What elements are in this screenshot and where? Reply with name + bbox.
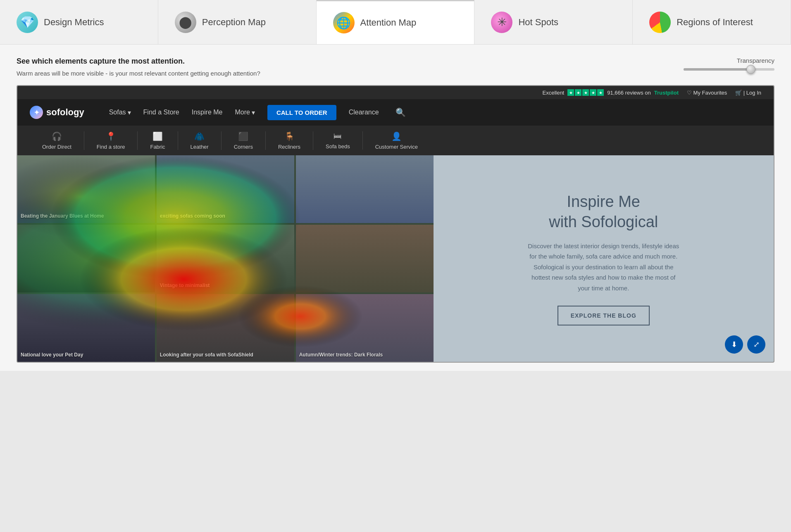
subnav-leather[interactable]: 🧥 Leather bbox=[178, 131, 222, 150]
tab-perception-map-label: Perception Map bbox=[202, 17, 266, 28]
sphere-icon: ⬤ bbox=[175, 12, 196, 33]
subnav-corners[interactable]: ⬛ Corners bbox=[222, 131, 266, 150]
logo-icon: ✦ bbox=[30, 106, 43, 119]
expand-button[interactable]: ⤢ bbox=[747, 335, 765, 354]
sofabed-icon: 🛏 bbox=[334, 131, 342, 141]
hero-right: Inspire Mewith Sofological Discover the … bbox=[434, 155, 774, 362]
explore-blog-button[interactable]: EXPLORE THE BLOG bbox=[558, 306, 650, 325]
trustpilot-excellent: Excellent bbox=[542, 90, 564, 96]
tab-hot-spots[interactable]: ✳ Hot Spots bbox=[474, 0, 633, 44]
inspire-title: Inspire Mewith Sofological bbox=[549, 192, 658, 233]
corners-icon: ⬛ bbox=[238, 131, 248, 141]
transparency-slider-fill bbox=[684, 68, 752, 71]
review-count: 91,666 reviews on bbox=[607, 90, 651, 96]
description-text: See which elements capture the most atte… bbox=[17, 57, 260, 77]
inspire-desc: Discover the latest interior design tren… bbox=[525, 241, 682, 294]
roi-icon bbox=[649, 12, 671, 33]
blog-cell-5[interactable]: Vintage to minimalist bbox=[157, 225, 294, 292]
star-2: ★ bbox=[575, 89, 581, 96]
blog-cell-3[interactable] bbox=[296, 155, 434, 223]
trustpilot-stars: ★ ★ ★ ★ ★ bbox=[567, 89, 604, 96]
blog-cell-7-text: National love your Pet Day bbox=[21, 352, 83, 359]
star-1: ★ bbox=[567, 89, 574, 96]
description-headline: See which elements capture the most atte… bbox=[17, 57, 260, 66]
tab-perception-map[interactable]: ⬤ Perception Map bbox=[158, 0, 317, 44]
site-sub-nav: 🎧 Order Direct 📍 Find a store ⬜ Fabric 🧥… bbox=[17, 126, 774, 155]
nav-clearance[interactable]: Clearance bbox=[349, 109, 379, 116]
tab-hot-spots-label: Hot Spots bbox=[518, 17, 558, 28]
description-body: Warm areas will be more visible - is you… bbox=[17, 70, 260, 77]
star-5: ★ bbox=[597, 89, 604, 96]
fabric-icon: ⬜ bbox=[152, 131, 163, 141]
trustpilot-area: Excellent ★ ★ ★ ★ ★ 91,666 reviews on Tr… bbox=[542, 89, 678, 96]
tab-attention-map-label: Attention Map bbox=[360, 17, 417, 28]
blog-cell-2-text: exciting sofas coming soon bbox=[160, 213, 225, 220]
login-link[interactable]: 🛒 | Log In bbox=[735, 90, 761, 96]
blog-cell-9-text: Autumn/Winter trends: Dark Florals bbox=[299, 352, 383, 359]
description-row: See which elements capture the most atte… bbox=[17, 57, 774, 77]
star-3: ★ bbox=[582, 89, 589, 96]
attention-icon: 🌐 bbox=[333, 12, 355, 33]
transparency-control: Transparency bbox=[684, 57, 774, 71]
blog-cell-7[interactable]: National love your Pet Day bbox=[17, 294, 155, 362]
blog-cell-5-text: Vintage to minimalist bbox=[160, 283, 210, 289]
trustpilot-logo: Trustpilot bbox=[654, 90, 679, 96]
nav-cta[interactable]: CALL TO ORDER bbox=[267, 105, 336, 120]
site-top-bar: Excellent ★ ★ ★ ★ ★ 91,666 reviews on Tr… bbox=[17, 86, 774, 99]
search-icon[interactable]: 🔍 bbox=[396, 107, 406, 117]
site-nav-bar: ✦ sofology Sofas ▾ Find a Store Inspire … bbox=[17, 99, 774, 126]
blog-cell-8-text: Looking after your sofa with SofaShield bbox=[160, 352, 253, 359]
subnav-customer-service[interactable]: 👤 Customer Service bbox=[363, 131, 430, 150]
content-area: See which elements capture the most atte… bbox=[0, 45, 791, 371]
website-preview: Excellent ★ ★ ★ ★ ★ 91,666 reviews on Tr… bbox=[17, 85, 774, 363]
blog-grid: Beating the January Blues at Home exciti… bbox=[17, 155, 434, 362]
nav-more[interactable]: More ▾ bbox=[235, 109, 255, 116]
download-button[interactable]: ⬇ bbox=[725, 335, 743, 354]
tab-regions-of-interest-label: Regions of Interest bbox=[677, 17, 753, 28]
pin-icon: 📍 bbox=[106, 131, 116, 141]
site-logo: ✦ sofology bbox=[30, 106, 84, 119]
blog-cell-2[interactable]: exciting sofas coming soon bbox=[157, 155, 294, 223]
leather-icon: 🧥 bbox=[194, 131, 205, 141]
site-hero: Beating the January Blues at Home exciti… bbox=[17, 155, 774, 362]
recliner-icon: 🪑 bbox=[284, 131, 295, 141]
blog-cell-6[interactable] bbox=[296, 225, 434, 292]
subnav-find-store[interactable]: 📍 Find a store bbox=[84, 131, 138, 150]
blog-cell-9[interactable]: Autumn/Winter trends: Dark Florals bbox=[296, 294, 434, 362]
blog-cell-8[interactable]: Looking after your sofa with SofaShield bbox=[157, 294, 294, 362]
customer-service-icon: 👤 bbox=[391, 131, 402, 141]
blog-cell-4[interactable] bbox=[17, 225, 155, 292]
tab-design-metrics-label: Design Metrics bbox=[44, 17, 104, 28]
my-favourites-link[interactable]: ♡ My Favourites bbox=[687, 90, 727, 96]
nav-inspire[interactable]: Inspire Me bbox=[192, 109, 223, 116]
subnav-order-direct[interactable]: 🎧 Order Direct bbox=[30, 131, 84, 150]
nav-sofas[interactable]: Sofas ▾ bbox=[109, 109, 131, 116]
blog-cell-1[interactable]: Beating the January Blues at Home bbox=[17, 155, 155, 223]
subnav-recliners[interactable]: 🪑 Recliners bbox=[266, 131, 313, 150]
tab-regions-of-interest[interactable]: Regions of Interest bbox=[633, 0, 791, 44]
star-4: ★ bbox=[590, 89, 596, 96]
tab-attention-map[interactable]: 🌐 Attention Map bbox=[317, 0, 475, 44]
diamond-icon: 💎 bbox=[17, 12, 38, 33]
tabs-bar: 💎 Design Metrics ⬤ Perception Map 🌐 Atte… bbox=[0, 0, 791, 45]
transparency-slider-thumb[interactable] bbox=[746, 65, 755, 74]
transparency-slider-track bbox=[684, 68, 774, 71]
transparency-label: Transparency bbox=[684, 57, 774, 64]
tab-design-metrics[interactable]: 💎 Design Metrics bbox=[0, 0, 158, 44]
blog-cell-1-text: Beating the January Blues at Home bbox=[21, 213, 104, 220]
bottom-icons: ⬇ ⤢ bbox=[725, 335, 765, 354]
subnav-sofa-beds[interactable]: 🛏 Sofa beds bbox=[313, 131, 363, 150]
subnav-fabric[interactable]: ⬜ Fabric bbox=[138, 131, 178, 150]
nav-items: Sofas ▾ Find a Store Inspire Me More ▾ C… bbox=[109, 105, 761, 120]
nav-find-store[interactable]: Find a Store bbox=[143, 109, 179, 116]
headset-icon: 🎧 bbox=[52, 131, 62, 141]
hotspots-icon: ✳ bbox=[491, 12, 512, 33]
hero-left: Beating the January Blues at Home exciti… bbox=[17, 155, 434, 362]
